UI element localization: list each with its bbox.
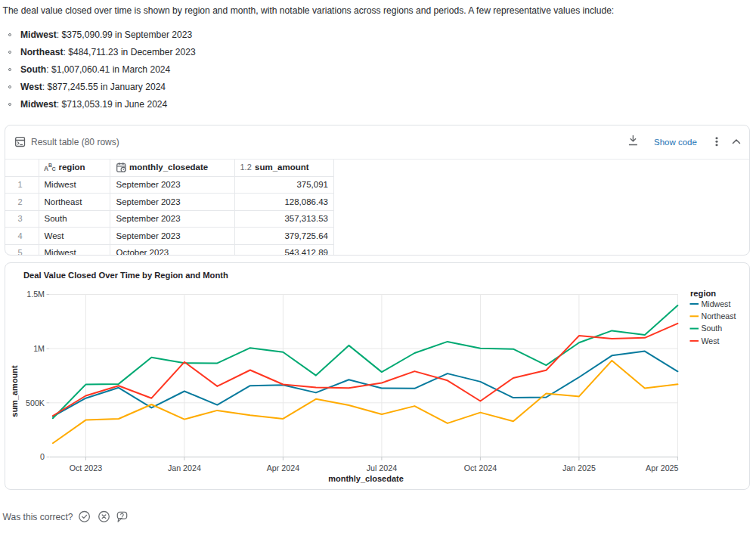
svg-text:0: 0 bbox=[40, 452, 45, 461]
svg-text:500K: 500K bbox=[26, 398, 45, 407]
svg-text:Northeast: Northeast bbox=[702, 311, 736, 321]
svg-text:monthly_closedate: monthly_closedate bbox=[328, 474, 404, 483]
svg-text:Midwest: Midwest bbox=[702, 299, 731, 308]
svg-text:Apr 2025: Apr 2025 bbox=[646, 463, 678, 472]
svg-text:Jul 2024: Jul 2024 bbox=[367, 463, 397, 472]
svg-text:1M: 1M bbox=[33, 343, 45, 352]
svg-text:Jan 2024: Jan 2024 bbox=[168, 463, 201, 472]
svg-text:C: C bbox=[51, 166, 55, 172]
svg-text:Jan 2025: Jan 2025 bbox=[562, 463, 596, 472]
svg-text:Oct 2023: Oct 2023 bbox=[70, 463, 102, 472]
svg-text:Apr 2024: Apr 2024 bbox=[267, 463, 299, 472]
svg-text:1.5M: 1.5M bbox=[26, 290, 45, 299]
svg-text:West: West bbox=[702, 336, 720, 345]
svg-text:region: region bbox=[690, 288, 716, 297]
svg-text:Deal Value Closed Over Time by: Deal Value Closed Over Time by Region an… bbox=[23, 270, 228, 279]
svg-text:sum_amount: sum_amount bbox=[10, 364, 19, 417]
svg-text:South: South bbox=[702, 324, 723, 333]
svg-text:Oct 2024: Oct 2024 bbox=[464, 463, 497, 472]
